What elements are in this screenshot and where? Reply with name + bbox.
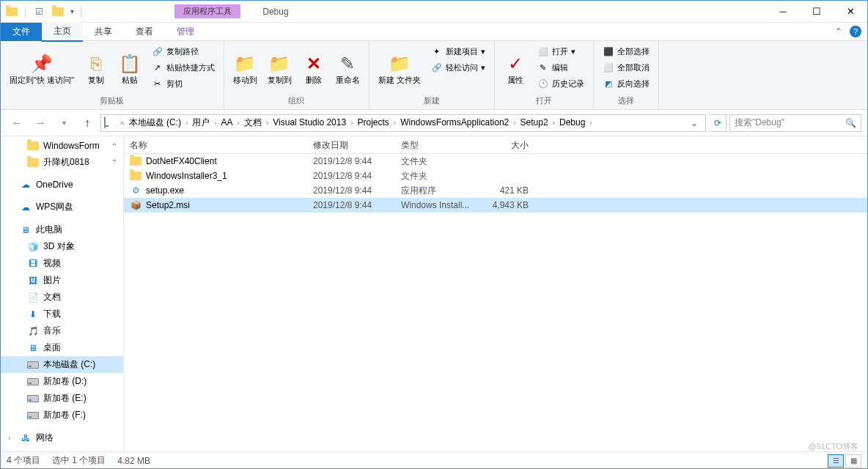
window-title: Debug <box>262 7 288 17</box>
copy-to-button[interactable]: 📁复制到 <box>265 44 295 94</box>
nav-item[interactable]: 🎵音乐 <box>1 322 123 339</box>
nav-item[interactable]: ⬇下载 <box>1 306 123 322</box>
col-date[interactable]: 修改日期 <box>307 136 395 153</box>
chevron-right-icon[interactable]: › <box>347 119 356 127</box>
copy-button[interactable]: ⎘复制 <box>81 44 111 94</box>
icons-view-button[interactable]: ▦ <box>845 454 861 468</box>
chevron-right-icon[interactable]: › <box>550 119 558 127</box>
tab-home[interactable]: 主页 <box>42 22 83 42</box>
file-row[interactable]: ⚙setup.exe2019/12/8 9:44应用程序421 KB <box>124 183 867 198</box>
history-button[interactable]: 🕐历史记录 <box>534 76 587 91</box>
file-list[interactable]: 名称 修改日期 类型 大小 DotNetFX40Client2019/12/8 … <box>124 136 867 451</box>
breadcrumb-dropdown-icon[interactable]: ⌄ <box>686 118 702 128</box>
nav-item[interactable]: WindowsForm⌃ <box>1 138 123 154</box>
search-placeholder: 搜索"Debug" <box>735 117 784 129</box>
invert-select-button[interactable]: ◩反向选择 <box>600 76 652 91</box>
file-row[interactable]: DotNetFX40Client2019/12/8 9:44文件夹 <box>124 154 867 169</box>
cut-button[interactable]: ✂剪切 <box>149 76 218 91</box>
move-to-button[interactable]: 📁移动到 <box>230 44 260 94</box>
nav-item[interactable]: 🖼图片 <box>1 272 123 289</box>
minimize-button[interactable]: ─ <box>766 1 800 23</box>
tab-file[interactable]: 文件 <box>1 23 42 41</box>
tab-view[interactable]: 查看 <box>124 23 165 41</box>
group-label: 新建 <box>375 94 488 106</box>
breadcrumb-item[interactable]: 用户 <box>191 117 211 128</box>
copy-path-button[interactable]: 🔗复制路径 <box>149 44 218 59</box>
chevron-right-icon[interactable]: › <box>510 119 518 127</box>
breadcrumb[interactable]: « 本地磁盘 (C:)›用户›AA›文档›Visual Studio 2013›… <box>100 114 706 132</box>
refresh-button[interactable]: ⟳ <box>709 114 727 132</box>
qat-dropdown-icon[interactable]: ▾ <box>70 7 74 15</box>
details-view-button[interactable]: ☰ <box>828 454 844 468</box>
maximize-button[interactable]: ☐ <box>800 1 834 23</box>
col-size[interactable]: 大小 <box>483 136 534 153</box>
breadcrumb-item[interactable]: 文档 <box>243 117 263 128</box>
nav-item[interactable]: 🖥桌面 <box>1 339 123 356</box>
properties-button[interactable]: ✓属性 <box>501 44 530 94</box>
nav-item[interactable]: 新加卷 (F:) <box>1 407 123 424</box>
file-row[interactable]: 📦Setup2.msi2019/12/8 9:44Windows Install… <box>124 198 867 213</box>
paste-shortcut-button[interactable]: ↗粘贴快捷方式 <box>149 60 218 75</box>
nav-item[interactable]: 🎞视频 <box>1 255 123 272</box>
recent-dropdown[interactable]: ▾ <box>54 113 74 133</box>
breadcrumb-item[interactable]: Visual Studio 2013 <box>271 117 347 128</box>
new-folder-button[interactable]: 📁新建 文件夹 <box>375 44 424 94</box>
nav-this-pc[interactable]: 🖥此电脑 <box>1 221 123 238</box>
nav-item[interactable]: 🧊3D 对象 <box>1 238 123 255</box>
delete-button[interactable]: ✕删除 <box>299 44 328 94</box>
folder-icon <box>5 5 18 18</box>
breadcrumb-item[interactable]: 本地磁盘 (C:) <box>128 117 183 128</box>
pin-button[interactable]: 📌固定到"快 速访问" <box>7 44 77 94</box>
checkbox-icon[interactable]: ☑ <box>32 5 45 18</box>
help-icon[interactable]: ? <box>850 26 861 37</box>
breadcrumb-item[interactable]: AA <box>220 117 235 128</box>
column-headers[interactable]: 名称 修改日期 类型 大小 <box>124 136 867 154</box>
close-button[interactable]: ✕ <box>834 1 867 23</box>
new-item-icon: ✦ <box>431 45 443 57</box>
chevron-right-icon[interactable]: › <box>183 119 191 127</box>
chevron-right-icon[interactable]: › <box>391 119 399 127</box>
nav-item[interactable]: 升降机0818⌃ <box>1 154 123 171</box>
breadcrumb-item[interactable]: Debug <box>558 117 586 128</box>
disk-icon <box>27 410 39 421</box>
nav-network[interactable]: ›🖧网络 <box>1 429 123 446</box>
col-type[interactable]: 类型 <box>395 136 483 153</box>
paste-button[interactable]: 📋粘贴 <box>115 44 144 94</box>
nav-item[interactable]: 本地磁盘 (C:) <box>1 356 123 373</box>
breadcrumb-item[interactable]: Setup2 <box>519 117 550 128</box>
forward-button[interactable]: → <box>30 113 51 133</box>
up-button[interactable]: ↑ <box>77 113 98 133</box>
rename-button[interactable]: ✎重命名 <box>333 44 363 94</box>
open-button[interactable]: ⬜打开 ▾ <box>534 44 587 59</box>
ribbon-collapse-icon[interactable]: ⌃ <box>828 26 850 37</box>
search-input[interactable]: 搜索"Debug" 🔍 <box>729 114 861 132</box>
nav-wps[interactable]: ☁WPS网盘 <box>1 199 123 215</box>
group-label: 组织 <box>230 94 363 106</box>
new-item-button[interactable]: ✦新建项目 ▾ <box>428 44 488 59</box>
back-button[interactable]: ← <box>7 113 27 133</box>
breadcrumb-item[interactable]: WindowsFormsApplication2 <box>399 117 510 128</box>
edit-button[interactable]: ✎编辑 <box>534 60 587 75</box>
col-name[interactable]: 名称 <box>124 136 307 153</box>
select-none-button[interactable]: ⬜全部取消 <box>600 60 652 75</box>
easy-access-button[interactable]: 🔗轻松访问 ▾ <box>428 60 488 75</box>
chevron-right-icon[interactable]: › <box>211 119 219 127</box>
nav-item[interactable]: 📄文档 <box>1 289 123 306</box>
nav-item[interactable]: 新加卷 (E:) <box>1 390 123 407</box>
file-type: 文件夹 <box>395 170 483 182</box>
file-row[interactable]: WindowsInstaller3_12019/12/8 9:44文件夹 <box>124 169 867 183</box>
chevron-icon[interactable]: « <box>117 119 128 127</box>
nav-item[interactable]: 新加卷 (D:) <box>1 373 123 390</box>
navigation-pane[interactable]: WindowsForm⌃升降机0818⌃ ☁OneDrive ☁WPS网盘 🖥此… <box>1 136 124 451</box>
open-icon: ⬜ <box>537 45 549 57</box>
chevron-right-icon[interactable]: › <box>586 119 595 127</box>
tab-manage[interactable]: 管理 <box>165 23 206 41</box>
nav-onedrive[interactable]: ☁OneDrive <box>1 177 123 193</box>
cloud-icon: ☁ <box>20 179 32 191</box>
select-all-button[interactable]: ⬛全部选择 <box>600 44 652 59</box>
folder-up-icon[interactable] <box>51 5 65 18</box>
tab-share[interactable]: 共享 <box>83 23 124 41</box>
breadcrumb-item[interactable]: Projects <box>356 117 390 128</box>
chevron-right-icon[interactable]: › <box>263 119 271 127</box>
chevron-right-icon[interactable]: › <box>235 119 243 127</box>
